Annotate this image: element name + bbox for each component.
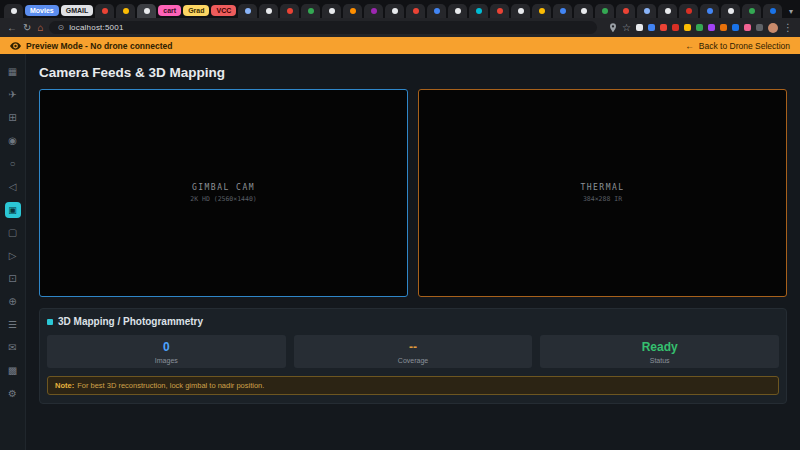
browser-tab[interactable]: [137, 4, 156, 18]
browser-tab[interactable]: [742, 4, 761, 18]
extension-icon[interactable]: [648, 24, 655, 31]
browser-tab[interactable]: [763, 4, 782, 18]
browser-tab[interactable]: [364, 4, 383, 18]
camera-icon[interactable]: ▣: [5, 202, 21, 218]
logs-icon[interactable]: ▢: [5, 225, 21, 241]
favicon: [518, 8, 524, 14]
mapping-note: Note:For best 3D reconstruction, lock gi…: [47, 376, 779, 395]
browser-tab[interactable]: [238, 4, 257, 18]
browser-tab[interactable]: [259, 4, 278, 18]
eye-icon: [10, 42, 21, 50]
browser-toolbar: ← ↻ ⌂ ⊙ localhost:5001 ☆ ⋮: [0, 18, 800, 37]
messages-icon[interactable]: ✉: [5, 340, 21, 356]
favicon: [686, 8, 692, 14]
browser-tab[interactable]: [574, 4, 593, 18]
tab-search-chevron-icon[interactable]: ▾: [786, 7, 796, 18]
home-icon[interactable]: ⌂: [37, 23, 43, 33]
browser-tab[interactable]: [595, 4, 614, 18]
site-info-icon[interactable]: ⊙: [57, 23, 64, 32]
browser-tab[interactable]: [469, 4, 488, 18]
menu-kebab-icon[interactable]: ⋮: [783, 23, 793, 33]
tab-group-vcc[interactable]: VCC: [211, 5, 236, 16]
extension-icon[interactable]: [672, 24, 679, 31]
feed-subtitle: 2K HD (2560×1440): [190, 195, 257, 203]
back-link-label: Back to Drone Selection: [699, 41, 790, 51]
browser-tab[interactable]: [721, 4, 740, 18]
tab-group-movies[interactable]: Movies: [25, 5, 59, 16]
browser-tab[interactable]: [490, 4, 509, 18]
layers-icon[interactable]: ⊡: [5, 271, 21, 287]
browser-tab[interactable]: [616, 4, 635, 18]
extension-icon[interactable]: [660, 24, 667, 31]
bookmark-star-icon[interactable]: ☆: [622, 23, 631, 33]
extension-icon[interactable]: [684, 24, 691, 31]
browser-tab[interactable]: [343, 4, 362, 18]
feed-subtitle: 384×288 IR: [583, 195, 622, 203]
mapping-title: 3D Mapping / Photogrammetry: [58, 316, 203, 327]
map-icon[interactable]: ⊞: [5, 110, 21, 126]
stat-value: Ready: [540, 340, 779, 354]
grid-icon[interactable]: ▩: [5, 363, 21, 379]
browser-tab[interactable]: [322, 4, 341, 18]
reload-icon[interactable]: ↻: [23, 23, 31, 33]
geofence-icon[interactable]: ○: [5, 156, 21, 172]
tab-group-gmail[interactable]: GMAIL: [61, 5, 94, 16]
tab-group-grad[interactable]: Grad: [183, 5, 209, 16]
extension-icon[interactable]: [636, 24, 643, 31]
toolbar-right: ☆ ⋮: [609, 23, 793, 33]
extension-icon[interactable]: [708, 24, 715, 31]
target-icon[interactable]: ◉: [5, 133, 21, 149]
location-icon[interactable]: [609, 23, 617, 33]
banner-message-wrap: Preview Mode - No drone connected: [10, 41, 172, 51]
video-icon[interactable]: ▷: [5, 248, 21, 264]
browser-tab[interactable]: [553, 4, 572, 18]
stat-label: Coverage: [294, 357, 533, 364]
stat-value: --: [294, 340, 533, 354]
favicon: [11, 8, 17, 14]
browser-tab[interactable]: [427, 4, 446, 18]
browser-tab[interactable]: [116, 4, 135, 18]
page-title: Camera Feeds & 3D Mapping: [39, 65, 787, 80]
browser-tab[interactable]: [637, 4, 656, 18]
avatar[interactable]: [768, 23, 778, 33]
favicon: [102, 8, 108, 14]
missions-icon[interactable]: ✈: [5, 87, 21, 103]
dashboard-icon[interactable]: ▦: [5, 64, 21, 80]
gimbal-cam-feed[interactable]: GIMBAL CAM 2K HD (2560×1440): [39, 89, 408, 297]
back-icon[interactable]: ←: [7, 23, 17, 33]
extension-icon[interactable]: [720, 24, 727, 31]
settings-icon[interactable]: ⚙: [5, 386, 21, 402]
feed-name: THERMAL: [580, 183, 624, 192]
preview-banner: Preview Mode - No drone connected ← Back…: [0, 37, 800, 54]
browser-tab[interactable]: [679, 4, 698, 18]
favicon: [308, 8, 314, 14]
plugins-icon[interactable]: ⊕: [5, 294, 21, 310]
favicon: [455, 8, 461, 14]
tab-group-cart[interactable]: cart: [158, 5, 181, 16]
back-to-drone-selection-link[interactable]: ← Back to Drone Selection: [685, 41, 790, 51]
favicon: [350, 8, 356, 14]
extension-icon[interactable]: [696, 24, 703, 31]
main-content: Camera Feeds & 3D Mapping GIMBAL CAM 2K …: [26, 54, 800, 450]
thermal-feed[interactable]: THERMAL 384×288 IR: [418, 89, 787, 297]
extension-icon[interactable]: [732, 24, 739, 31]
browser-tab[interactable]: [301, 4, 320, 18]
browser-tab[interactable]: [700, 4, 719, 18]
address-bar[interactable]: ⊙ localhost:5001: [49, 21, 597, 34]
favicon: [392, 8, 398, 14]
stat-label: Images: [47, 357, 286, 364]
browser-tab[interactable]: [280, 4, 299, 18]
extension-icon[interactable]: [756, 24, 763, 31]
list-icon[interactable]: ☰: [5, 317, 21, 333]
browser-tab[interactable]: [385, 4, 404, 18]
favicon: [123, 8, 129, 14]
browser-tab[interactable]: [448, 4, 467, 18]
browser-tab[interactable]: [406, 4, 425, 18]
browser-tab[interactable]: [658, 4, 677, 18]
browser-tab[interactable]: [95, 4, 114, 18]
telemetry-icon[interactable]: ◁: [5, 179, 21, 195]
extension-icon[interactable]: [744, 24, 751, 31]
browser-tab[interactable]: [511, 4, 530, 18]
browser-tab[interactable]: [532, 4, 551, 18]
browser-tab[interactable]: [4, 4, 23, 18]
